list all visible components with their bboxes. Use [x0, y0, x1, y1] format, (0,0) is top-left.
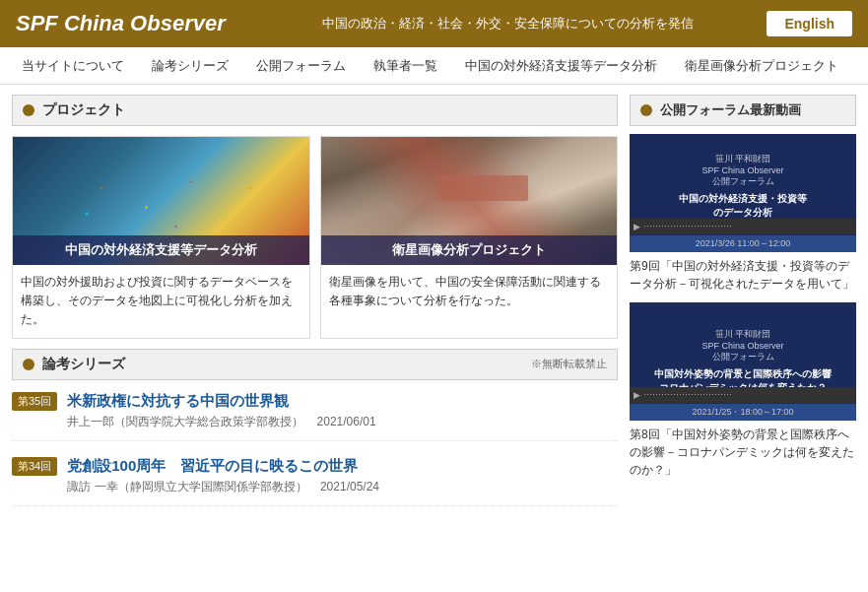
- play-icon: ▶: [634, 222, 640, 231]
- video-controls-1: ▶ ⋯⋯⋯⋯⋯⋯⋯⋯⋯⋯: [634, 222, 732, 231]
- essay-meta-34: 諏訪 一幸（静岡県立大学国際関係学部教授） 2021/05/24: [67, 479, 618, 495]
- essay-badge-34: 第34回: [12, 457, 57, 476]
- essay-title-35[interactable]: 米新政権に対抗する中国の世界観: [67, 390, 618, 411]
- playbar-dots: ⋯⋯⋯⋯⋯⋯⋯⋯⋯⋯: [643, 222, 732, 231]
- project-card-label-2: 衛星画像分析プロジェクト: [321, 235, 618, 265]
- essays-title-container: 論考シリーズ: [23, 356, 125, 373]
- project-card-desc-2: 衛星画像を用いて、中国の安全保障活動に関連する各種事象について分析を行なった。: [321, 265, 618, 318]
- sidebar-title: 公開フォーラム最新動画: [660, 101, 801, 119]
- video-logo-1: 笹川 平和財団SPF China Observer公開フォーラム: [701, 153, 783, 188]
- projects-title: プロジェクト: [42, 101, 125, 119]
- nav-item-essays[interactable]: 論考シリーズ: [138, 47, 242, 85]
- site-logo[interactable]: SPF China Observer: [16, 11, 226, 36]
- project-card-label-1: 中国の対外経済支援等データ分析: [13, 235, 309, 265]
- project-card-satellite[interactable]: 衛星画像分析プロジェクト 衛星画像を用いて、中国の安全保障活動に関連する各種事象…: [320, 136, 619, 339]
- nav-item-about[interactable]: 当サイトについて: [8, 47, 138, 85]
- essay-date-35: 2021/06/01: [317, 415, 376, 428]
- copyright-note: ※無断転載禁止: [531, 357, 607, 371]
- essay-title-34[interactable]: 党創設100周年 習近平の目に映るこの世界: [67, 455, 618, 476]
- video-play-bar-1: ▶ ⋯⋯⋯⋯⋯⋯⋯⋯⋯⋯: [630, 219, 856, 234]
- video-logo-2: 笹川 平和財団SPF China Observer公開フォーラム: [701, 328, 783, 363]
- main-nav: 当サイトについて 論考シリーズ 公開フォーラム 執筆者一覧 中国の対外経済支援等…: [0, 47, 868, 85]
- project-card-image-map: 中国の対外経済支援等データ分析: [13, 137, 309, 265]
- project-card-desc-1: 中国の対外援助および投資に関するデータベースを構築し、そのデータを地図上に可視化…: [13, 265, 309, 338]
- site-tagline: 中国の政治・経済・社会・外交・安全保障についての分析を発信: [249, 15, 768, 33]
- essay-author-34: 諏訪 一幸（静岡県立大学国際関係学部教授）: [67, 480, 306, 493]
- video-desc-1: 第9回「中国の対外経済支援・投資等のデータ分析－可視化されたデータを用いて」: [630, 257, 856, 293]
- language-button[interactable]: English: [767, 11, 852, 36]
- section-dot-sidebar: [640, 104, 652, 116]
- video-date-2: 2021/1/25・18:00～17:00: [630, 404, 856, 421]
- nav-item-forum[interactable]: 公開フォーラム: [242, 47, 360, 85]
- essay-author-35: 井上一郎（関西学院大学総合政策学部教授）: [67, 415, 303, 428]
- section-dot-projects: [23, 104, 34, 116]
- essay-meta-35: 井上一郎（関西学院大学総合政策学部教授） 2021/06/01: [67, 414, 618, 430]
- essay-content-35: 米新政権に対抗する中国の世界観 井上一郎（関西学院大学総合政策学部教授） 202…: [67, 390, 618, 430]
- essay-content-34: 党創設100周年 習近平の目に映るこの世界 諏訪 一幸（静岡県立大学国際関係学部…: [67, 455, 618, 495]
- video-inner-2: 笹川 平和財団SPF China Observer公開フォーラム 中国対外姿勢の…: [630, 302, 856, 421]
- section-dot-essays: [23, 359, 34, 370]
- left-content: プロジェクト 中国の対外経済支援等データ分析 中国の対外援助および投資に関するデ…: [12, 95, 618, 520]
- play-icon-2: ▶: [634, 390, 640, 400]
- site-header: SPF China Observer 中国の政治・経済・社会・外交・安全保障につ…: [0, 0, 868, 47]
- video-inner-1: 笹川 平和財団SPF China Observer公開フォーラム 中国の対外経済…: [630, 134, 856, 252]
- nav-item-data[interactable]: 中国の対外経済支援等データ分析: [451, 47, 671, 85]
- project-card-image-satellite: 衛星画像分析プロジェクト: [321, 137, 618, 265]
- projects-section-header: プロジェクト: [12, 95, 618, 126]
- video-item-2[interactable]: 笹川 平和財団SPF China Observer公開フォーラム 中国対外姿勢の…: [630, 302, 856, 479]
- essays-section-header: 論考シリーズ ※無断転載禁止: [12, 349, 618, 380]
- video-thumbnail-2[interactable]: 笹川 平和財団SPF China Observer公開フォーラム 中国対外姿勢の…: [630, 302, 856, 421]
- nav-item-authors[interactable]: 執筆者一覧: [360, 47, 451, 85]
- video-thumbnail-1[interactable]: 笹川 平和財団SPF China Observer公開フォーラム 中国の対外経済…: [630, 134, 856, 252]
- essay-date-34: 2021/05/24: [320, 480, 379, 493]
- right-sidebar: 公開フォーラム最新動画 笹川 平和財団SPF China Observer公開フ…: [630, 95, 856, 520]
- video-item-1[interactable]: 笹川 平和財団SPF China Observer公開フォーラム 中国の対外経済…: [630, 134, 856, 293]
- video-play-bar-2: ▶ ⋯⋯⋯⋯⋯⋯⋯⋯⋯⋯: [630, 387, 856, 403]
- essay-badge-35: 第35回: [12, 392, 57, 411]
- nav-item-satellite[interactable]: 衛星画像分析プロジェクト: [671, 47, 852, 85]
- project-cards: 中国の対外経済支援等データ分析 中国の対外援助および投資に関するデータベースを構…: [12, 136, 618, 339]
- essay-item-34: 第34回 党創設100周年 習近平の目に映るこの世界 諏訪 一幸（静岡県立大学国…: [12, 455, 618, 506]
- sidebar-header: 公開フォーラム最新動画: [630, 95, 856, 126]
- essays-title: 論考シリーズ: [42, 356, 125, 373]
- video-date-1: 2021/3/26 11:00～12:00: [630, 235, 856, 252]
- playbar-dots-2: ⋯⋯⋯⋯⋯⋯⋯⋯⋯⋯: [643, 390, 732, 400]
- essay-item-35: 第35回 米新政権に対抗する中国の世界観 井上一郎（関西学院大学総合政策学部教授…: [12, 390, 618, 441]
- video-desc-2: 第8回「中国対外姿勢の背景と国際秩序への影響－コロナパンデミックは何を変えたのか…: [630, 426, 856, 479]
- video-controls-2: ▶ ⋯⋯⋯⋯⋯⋯⋯⋯⋯⋯: [634, 390, 732, 400]
- main-container: プロジェクト 中国の対外経済支援等データ分析 中国の対外援助および投資に関するデ…: [0, 85, 868, 530]
- project-card-data[interactable]: 中国の対外経済支援等データ分析 中国の対外援助および投資に関するデータベースを構…: [12, 136, 310, 339]
